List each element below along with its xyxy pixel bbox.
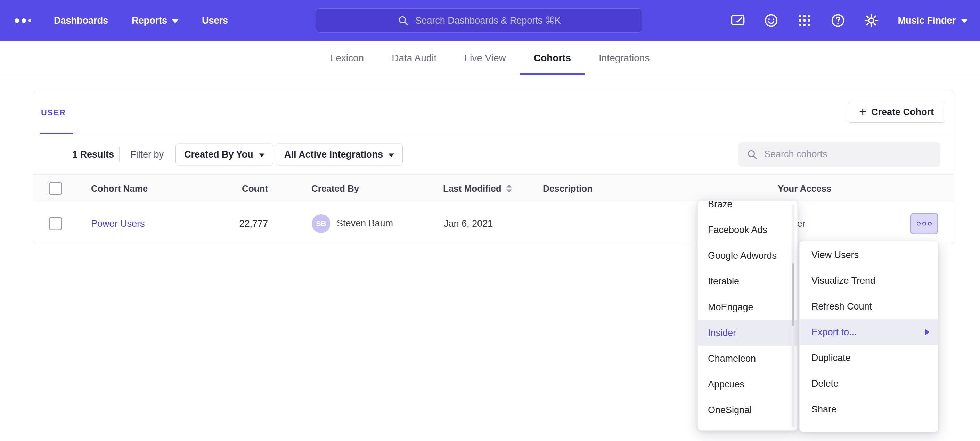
- menu-item-view-users[interactable]: View Users: [800, 242, 938, 268]
- dot-icon: [922, 222, 926, 225]
- nav-item-label: Reports: [132, 15, 167, 26]
- workspace-switcher[interactable]: Music Finder: [898, 0, 967, 41]
- menu-item-refresh-count[interactable]: Refresh Count: [800, 294, 938, 319]
- help-icon[interactable]: [830, 13, 846, 29]
- row-checkbox[interactable]: [49, 217, 62, 230]
- menu-item-label: Delete: [811, 379, 838, 389]
- cohort-count: 22,777: [200, 218, 268, 229]
- integrations-filter-dropdown[interactable]: All Active Integrations: [275, 143, 403, 165]
- header-cohort-name: Cohort Name: [91, 183, 148, 194]
- top-navbar: Dashboards Reports Users Search Dashboar…: [0, 0, 980, 41]
- filter-label: All Active Integrations: [284, 149, 383, 160]
- cohort-type-tabs-row: USER + Create Cohort: [33, 91, 954, 134]
- plus-icon: +: [859, 105, 866, 118]
- menu-item-share[interactable]: Share: [800, 396, 938, 422]
- brand-dot: [14, 18, 19, 23]
- header-description: Description: [543, 183, 592, 194]
- nav-item-users[interactable]: Users: [202, 15, 228, 26]
- created-by-name: Steven Baum: [337, 218, 393, 229]
- submenu-item-iterable[interactable]: Iterable: [698, 268, 797, 294]
- menu-item-label: Refresh Count: [811, 301, 872, 312]
- submenu-item-label: Iterable: [708, 276, 739, 287]
- nav-item-reports[interactable]: Reports: [132, 15, 178, 26]
- submenu-item-label: Braze: [708, 200, 733, 210]
- menu-item-delete[interactable]: Delete: [800, 371, 938, 396]
- chevron-down-icon: [259, 153, 264, 157]
- submenu-item-moengage[interactable]: MoEngage: [698, 294, 797, 320]
- primary-nav: Dashboards Reports Users: [54, 0, 228, 41]
- workspace-name: Music Finder: [898, 15, 956, 26]
- tab-user-cohorts[interactable]: USER: [41, 91, 66, 134]
- menu-item-label: View Users: [811, 250, 859, 260]
- select-all-checkbox[interactable]: [49, 182, 62, 195]
- cohort-name-link[interactable]: Power Users: [91, 218, 145, 229]
- create-cohort-button[interactable]: + Create Cohort: [848, 102, 945, 123]
- filter-by-label: Filter by: [130, 149, 164, 160]
- header-count: Count: [200, 183, 268, 194]
- apps-grid-icon[interactable]: [797, 13, 813, 29]
- brand-dot: [22, 18, 26, 23]
- smiley-support-icon[interactable]: [763, 13, 779, 29]
- chevron-down-icon: [961, 19, 967, 23]
- cohort-search-input[interactable]: [764, 149, 933, 160]
- compose-feedback-icon[interactable]: [730, 13, 746, 29]
- submenu-arrow-icon: [925, 329, 930, 335]
- results-count: 1 Results: [72, 149, 114, 160]
- menu-item-duplicate[interactable]: Duplicate: [800, 345, 938, 371]
- tab-cohorts[interactable]: Cohorts: [520, 41, 585, 75]
- last-modified-cell: Jan 6, 2021: [444, 218, 493, 229]
- global-search-bar[interactable]: Search Dashboards & Reports ⌘K: [316, 8, 642, 33]
- search-icon: [746, 149, 758, 160]
- brand-dots-logo[interactable]: [14, 0, 31, 41]
- menu-item-label: Duplicate: [811, 353, 851, 363]
- submenu-item-label: Insider: [708, 328, 736, 339]
- menu-item-visualize-trend[interactable]: Visualize Trend: [800, 268, 938, 294]
- submenu-item-label: Facebook Ads: [708, 225, 767, 235]
- menu-item-export-to[interactable]: Export to...: [800, 319, 938, 345]
- dot-icon: [928, 222, 932, 225]
- chevron-down-icon: [172, 19, 178, 23]
- create-cohort-label: Create Cohort: [871, 107, 934, 118]
- export-to-submenu-list: Braze Facebook Ads Google Adwords Iterab…: [698, 200, 797, 423]
- submenu-item-label: OneSignal: [708, 405, 752, 415]
- submenu-item-label: MoEngage: [708, 302, 753, 313]
- filter-label: Created By You: [184, 149, 253, 160]
- global-search-placeholder: Search Dashboards & Reports ⌘K: [415, 15, 561, 26]
- submenu-item-google-adwords[interactable]: Google Adwords: [698, 243, 797, 268]
- submenu-scrollbar-thumb[interactable]: [792, 263, 794, 326]
- chevron-down-icon: [388, 153, 394, 157]
- section-tabbar: Lexicon Data Audit Live View Cohorts Int…: [0, 41, 980, 75]
- created-by-filter-dropdown[interactable]: Created By You: [175, 143, 273, 165]
- row-actions-button[interactable]: [910, 213, 938, 234]
- tab-live-view[interactable]: Live View: [450, 41, 520, 75]
- row-actions-menu: View Users Visualize Trend Refresh Count…: [799, 241, 938, 432]
- nav-item-dashboards[interactable]: Dashboards: [54, 15, 108, 26]
- submenu-item-braze[interactable]: Braze: [698, 200, 797, 217]
- cohorts-card: USER + Create Cohort 1 Results Filter by…: [33, 91, 954, 244]
- submenu-item-label: Appcues: [708, 379, 745, 390]
- nav-item-label: Users: [202, 15, 228, 26]
- nav-icon-group: [730, 0, 879, 41]
- tab-lexicon[interactable]: Lexicon: [317, 41, 378, 75]
- brand-dot: [29, 19, 31, 22]
- export-to-submenu: Braze Facebook Ads Google Adwords Iterab…: [697, 200, 797, 431]
- sort-toggle-icon[interactable]: [506, 184, 512, 192]
- table-header-row: Cohort Name Count Created By Last Modifi…: [33, 174, 954, 203]
- tab-data-audit[interactable]: Data Audit: [378, 41, 450, 75]
- menu-item-label: Share: [811, 404, 837, 415]
- header-last-modified: Last Modified: [443, 183, 512, 194]
- header-your-access: Your Access: [778, 183, 832, 194]
- submenu-item-insider[interactable]: Insider: [698, 320, 797, 346]
- submenu-item-label: Google Adwords: [708, 251, 777, 261]
- tab-integrations[interactable]: Integrations: [585, 41, 663, 75]
- created-by-cell: SB Steven Baum: [312, 214, 393, 233]
- submenu-item-appcues[interactable]: Appcues: [698, 371, 797, 397]
- header-last-modified-label: Last Modified: [443, 183, 501, 194]
- submenu-item-facebook-ads[interactable]: Facebook Ads: [698, 217, 797, 243]
- settings-gear-icon[interactable]: [863, 13, 879, 29]
- avatar: SB: [312, 214, 331, 233]
- submenu-item-onesignal[interactable]: OneSignal: [698, 397, 797, 423]
- app-root: Dashboards Reports Users Search Dashboar…: [0, 0, 980, 441]
- submenu-item-chameleon[interactable]: Chameleon: [698, 346, 797, 371]
- search-icon: [397, 14, 409, 26]
